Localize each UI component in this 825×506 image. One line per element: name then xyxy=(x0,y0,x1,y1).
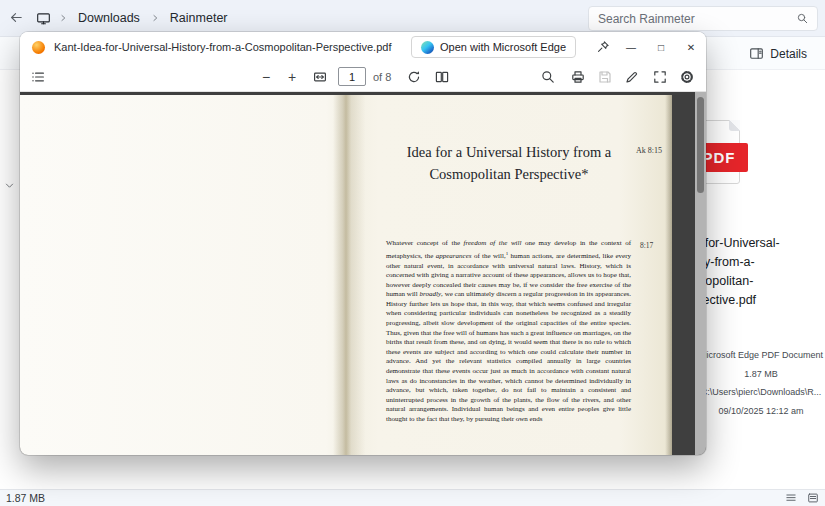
ak-margin-note: Ak 8:15 xyxy=(636,146,662,155)
save-icon[interactable] xyxy=(597,69,613,85)
page-view-icon[interactable] xyxy=(434,69,450,85)
print-icon[interactable] xyxy=(570,69,586,85)
zoom-out-button[interactable]: − xyxy=(262,69,270,85)
document-heading: Idea for a Universal History from a Cosm… xyxy=(350,141,668,185)
details-pane-icon xyxy=(749,46,764,61)
body-margin-note: 8:17 xyxy=(640,241,653,250)
search-document-icon[interactable] xyxy=(540,69,556,85)
details-toggle-label: Details xyxy=(770,47,807,61)
details-view-icon[interactable] xyxy=(785,492,797,504)
page-number-input[interactable] xyxy=(338,67,366,86)
chevron-right-icon xyxy=(150,13,160,23)
file-type: Microsoft Edge PDF Document xyxy=(697,346,825,365)
details-file-metadata: Microsoft Edge PDF Document 1.87 MB C:\U… xyxy=(697,346,825,420)
back-arrow-icon[interactable] xyxy=(9,10,24,25)
pdf-scrollbar[interactable] xyxy=(695,92,706,455)
pdf-preview-window: Kant-Idea-for-Universal-History-from-a-C… xyxy=(20,32,706,455)
pin-icon[interactable] xyxy=(590,32,616,62)
status-size-label: 1.87 MB xyxy=(6,492,45,504)
open-with-edge-label: Open with Microsoft Edge xyxy=(440,41,566,53)
pdf-toolbar: − + of 8 xyxy=(20,62,706,92)
open-with-edge-button[interactable]: Open with Microsoft Edge xyxy=(411,36,576,58)
minimize-button[interactable]: — xyxy=(616,32,646,62)
fit-to-width-icon[interactable] xyxy=(312,69,328,85)
pdf-window-title: Kant-Idea-for-Universal-History-from-a-C… xyxy=(54,41,391,53)
rotate-icon[interactable] xyxy=(406,69,422,85)
settings-gear-icon[interactable] xyxy=(679,69,695,85)
explorer-status-bar: 1.87 MB xyxy=(0,489,825,506)
document-body-text: Whatever concept of the freedom of the w… xyxy=(386,239,631,425)
file-explorer-window: Downloads Rainmeter Details PDF Kant xyxy=(0,0,825,506)
pdf-window-titlebar: Kant-Idea-for-Universal-History-from-a-C… xyxy=(20,32,706,62)
edge-browser-icon xyxy=(421,41,434,54)
search-icon[interactable] xyxy=(796,12,809,25)
draw-pen-icon[interactable] xyxy=(624,69,640,85)
fullscreen-expand-icon[interactable] xyxy=(652,69,668,85)
book-page-spread: Idea for a Universal History from a Cosm… xyxy=(20,95,672,455)
file-modified-date: 09/10/2025 12:12 am xyxy=(697,402,825,421)
details-toggle-button[interactable]: Details xyxy=(741,41,815,66)
monitor-icon[interactable] xyxy=(36,11,51,26)
page-count-label: of 8 xyxy=(373,71,391,83)
table-of-contents-icon[interactable] xyxy=(30,69,46,85)
breadcrumb-rainmeter[interactable]: Rainmeter xyxy=(167,9,231,27)
pdf-app-icon xyxy=(32,41,45,54)
breadcrumb: Downloads Rainmeter xyxy=(36,0,231,36)
search-box[interactable] xyxy=(588,6,818,31)
pdf-content-area: Idea for a Universal History from a Cosm… xyxy=(20,92,706,455)
maximize-button[interactable]: □ xyxy=(646,32,676,62)
file-path: C:\Users\pierc\Downloads\R... xyxy=(697,383,825,402)
tree-chevron-down-icon[interactable] xyxy=(4,180,15,191)
pdf-scrollbar-thumb[interactable] xyxy=(697,97,704,193)
breadcrumb-downloads[interactable]: Downloads xyxy=(75,9,143,27)
zoom-in-button[interactable]: + xyxy=(288,69,296,85)
close-button[interactable]: ✕ xyxy=(676,32,706,62)
file-size: 1.87 MB xyxy=(697,365,825,384)
chevron-right-icon xyxy=(58,13,68,23)
search-input[interactable] xyxy=(589,12,796,26)
thumbnail-view-icon[interactable] xyxy=(807,492,819,504)
